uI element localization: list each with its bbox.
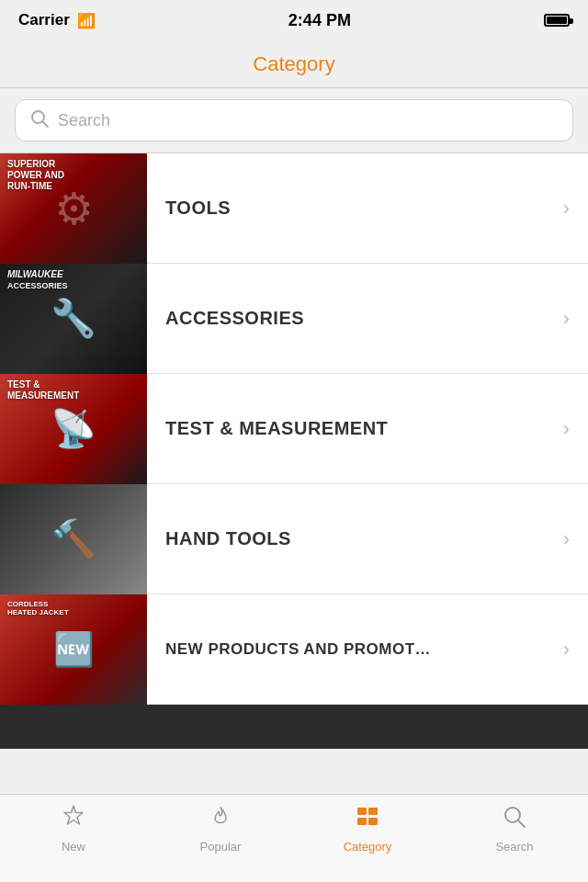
category-item-hand-tools[interactable]: HAND TOOLS › (0, 484, 588, 594)
category-item-tools[interactable]: SUPERIORPOWER ANDRUN-TIME TOOLS › (0, 153, 588, 264)
carrier-label: Carrier (18, 11, 70, 29)
chevron-icon-hand: › (563, 527, 570, 551)
svg-point-7 (505, 808, 520, 822)
new-tab-icon (61, 804, 86, 836)
category-thumb-test: Test &Measurement (0, 374, 147, 484)
chevron-icon-accessories: › (563, 307, 570, 331)
category-item-test[interactable]: Test &Measurement TEST & MEASUREMENT › (0, 374, 588, 484)
thumb-overlay-new: CORDLESSHEATED JACKET (0, 594, 147, 623)
svg-rect-4 (368, 808, 378, 815)
category-item-accessories[interactable]: MilwaukeeAccessories ACCESSORIES › (0, 264, 588, 374)
search-tab-icon (502, 804, 527, 836)
search-icon (30, 109, 49, 132)
tab-search-label: Search (495, 840, 533, 854)
svg-rect-5 (357, 818, 367, 825)
wifi-icon: 📶 (77, 12, 96, 29)
tab-separator (0, 705, 588, 749)
status-bar: Carrier 📶 2:44 PM (0, 0, 588, 40)
thumb-overlay-test: Test &Measurement (0, 374, 147, 407)
nav-header: Category (0, 40, 588, 88)
category-label-tools: TOOLS (147, 198, 563, 219)
tab-popular-label: Popular (200, 840, 242, 854)
category-thumb-tools: SUPERIORPOWER ANDRUN-TIME (0, 153, 147, 264)
status-right (544, 14, 570, 27)
svg-rect-6 (368, 818, 378, 825)
tab-category-label: Category (344, 840, 392, 854)
search-container: Search (0, 88, 588, 153)
thumb-overlay-tools: SUPERIORPOWER ANDRUN-TIME (0, 153, 147, 198)
chevron-icon-test: › (563, 417, 570, 441)
chevron-icon-tools: › (563, 197, 570, 220)
tab-popular[interactable]: Popular (147, 804, 294, 854)
category-label-test: TEST & MEASUREMENT (147, 418, 563, 439)
svg-line-8 (519, 821, 526, 828)
category-list: SUPERIORPOWER ANDRUN-TIME TOOLS › Milwau… (0, 153, 588, 705)
category-thumb-new: CORDLESSHEATED JACKET (0, 594, 147, 705)
svg-marker-2 (64, 806, 83, 824)
category-label-hand: HAND TOOLS (147, 528, 563, 549)
category-item-new-products[interactable]: CORDLESSHEATED JACKET NEW PRODUCTS AND P… (0, 594, 588, 705)
tab-search[interactable]: Search (441, 804, 588, 854)
tab-new-label: New (62, 840, 85, 854)
tab-new[interactable]: New (0, 804, 147, 854)
category-tab-icon (355, 804, 380, 836)
status-left: Carrier 📶 (18, 11, 96, 29)
svg-line-1 (43, 121, 49, 127)
svg-rect-3 (357, 808, 367, 815)
tab-category[interactable]: Category (294, 804, 441, 854)
search-placeholder: Search (58, 111, 558, 130)
tab-bar: New Popular Category Se (0, 794, 588, 882)
status-time: 2:44 PM (288, 11, 351, 30)
page-title: Category (253, 52, 334, 76)
popular-tab-icon (208, 804, 233, 836)
thumb-overlay-accessories: MilwaukeeAccessories (0, 264, 147, 297)
category-thumb-accessories: MilwaukeeAccessories (0, 264, 147, 374)
battery-icon (544, 14, 570, 27)
chevron-icon-new: › (563, 638, 570, 662)
search-bar[interactable]: Search (15, 99, 573, 141)
category-label-new: NEW PRODUCTS AND PROMOT… (147, 640, 563, 659)
category-label-accessories: ACCESSORIES (147, 308, 563, 329)
category-thumb-hand (0, 484, 147, 594)
